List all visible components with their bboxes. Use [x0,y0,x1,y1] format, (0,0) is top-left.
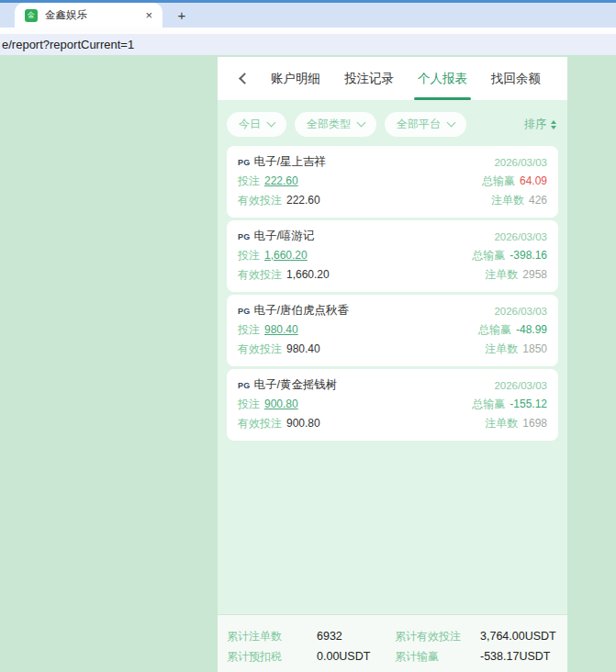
pg-provider-logo: PG [238,158,251,167]
chevron-down-icon [267,118,276,128]
win-amount: 64.09 [520,174,547,187]
pg-provider-logo: PG [238,381,251,390]
date-filter-dropdown[interactable]: 今日 [227,112,286,137]
total-tax-label: 累计预扣税 [227,649,317,665]
card-date: 2026/03/03 [494,157,547,168]
total-valid-bet-value: 3,764.00USDT [480,630,567,643]
bet-label: 投注 [238,398,260,410]
total-valid-bet-label: 累计有效投注 [395,629,480,644]
valid-bet-amount: 222.60 [286,194,320,207]
date-filter-value: 今日 [239,117,261,132]
new-tab-button[interactable]: + [171,3,193,28]
sort-button[interactable]: 排序 [524,117,556,132]
count-label: 注单数 [485,417,518,430]
sort-label: 排序 [524,117,546,132]
card-date: 2026/03/03 [494,306,547,317]
report-card[interactable]: PG 电子/黄金摇钱树 2026/03/03 投注900.80 总输赢-155.… [227,369,558,441]
report-header: 账户明细 投注记录 个人报表 找回余额 [218,57,567,100]
platform-filter-dropdown[interactable]: 全部平台 [385,112,466,137]
count-label: 注单数 [485,268,518,281]
win-label: 总输赢 [478,323,511,336]
total-count-value: 6932 [317,630,395,643]
summary-footer: 累计注单数 6932 累计有效投注 3,764.00USDT 累计预扣税 0.0… [218,614,567,672]
valid-bet-amount: 1,660.20 [286,268,330,281]
chevron-left-icon [239,73,251,84]
bet-label: 投注 [238,174,260,187]
valid-bet-label: 有效投注 [238,268,282,281]
tab-title: 金鑫娱乐 [45,8,142,22]
filter-row: 今日 全部类型 全部平台 排序 [218,100,567,146]
chevron-down-icon [357,118,366,128]
count-label: 注单数 [491,194,524,207]
pg-provider-logo: PG [238,232,251,241]
browser-toolbar [0,28,616,34]
type-filter-value: 全部类型 [307,117,351,132]
url-text: e/report?reportCurrent=1 [0,38,134,51]
browser-tab[interactable]: 金 金鑫娱乐 × [15,3,162,28]
report-card[interactable]: PG 电子/唐伯虎点秋香 2026/03/03 投注980.40 总输赢-48.… [227,295,558,366]
screen: 金 金鑫娱乐 × + e/report?reportCurrent=1 账户明细… [0,0,616,672]
bet-count: 1850 [522,342,547,355]
back-button[interactable] [233,70,252,88]
total-count-label: 累计注单数 [227,629,317,644]
report-card[interactable]: PG 电子/星上吉祥 2026/03/03 投注222.60 总输赢64.09 … [227,146,558,218]
bet-amount-link[interactable]: 980.40 [264,323,298,336]
tab-account-details[interactable]: 账户明细 [259,57,332,100]
bet-count: 1698 [522,417,547,430]
report-nav-tabs: 账户明细 投注记录 个人报表 找回余额 [259,57,553,100]
type-filter-dropdown[interactable]: 全部类型 [295,112,376,137]
bet-label: 投注 [238,249,260,262]
chevron-down-icon [447,118,456,128]
tab-personal-report[interactable]: 个人报表 [406,57,479,100]
bet-label: 投注 [238,323,260,336]
platform-filter-value: 全部平台 [397,117,441,132]
bet-amount-link[interactable]: 900.80 [264,398,298,410]
valid-bet-label: 有效投注 [238,194,282,207]
page-background: 账户明细 投注记录 个人报表 找回余额 今日 全部类型 全部平台 [0,55,616,672]
total-tax-value: 0.00USDT [317,650,395,663]
tab-retrieve-balance[interactable]: 找回余额 [479,57,553,100]
win-amount: -398.16 [510,249,547,262]
win-label: 总输赢 [472,398,505,410]
valid-bet-amount: 980.40 [286,342,320,355]
address-bar[interactable]: e/report?reportCurrent=1 [0,34,616,55]
pg-provider-logo: PG [238,307,251,316]
total-win-value: -538.17USDT [480,650,567,663]
game-title: PG 电子/嘻游记 [238,229,315,244]
report-card[interactable]: PG 电子/嘻游记 2026/03/03 投注1,660.20 总输赢-398.… [227,220,558,292]
valid-bet-amount: 900.80 [286,417,320,430]
tab-bet-records[interactable]: 投注记录 [332,57,406,100]
count-label: 注单数 [485,342,518,355]
game-title: PG 电子/黄金摇钱树 [238,377,338,393]
total-win-label: 累计输赢 [395,649,480,665]
valid-bet-label: 有效投注 [238,417,282,430]
valid-bet-label: 有效投注 [238,342,282,355]
win-amount: -48.99 [516,323,547,336]
win-label: 总输赢 [472,249,505,262]
win-amount: -155.12 [510,398,547,410]
sort-arrows-icon [551,120,556,129]
game-title: PG 电子/星上吉祥 [238,154,326,170]
close-tab-icon[interactable]: × [142,8,155,22]
bet-amount-link[interactable]: 222.60 [264,174,298,187]
card-date: 2026/03/03 [494,380,547,391]
win-label: 总输赢 [482,174,515,187]
bet-count: 2958 [522,268,547,281]
report-panel: 账户明细 投注记录 个人报表 找回余额 今日 全部类型 全部平台 [218,57,567,672]
card-date: 2026/03/03 [494,231,547,242]
browser-tab-strip: 金 金鑫娱乐 × + [0,3,616,28]
game-title: PG 电子/唐伯虎点秋香 [238,303,349,319]
site-favicon-icon: 金 [25,9,38,22]
bet-count: 426 [529,194,547,207]
bet-amount-link[interactable]: 1,660.20 [264,249,308,262]
